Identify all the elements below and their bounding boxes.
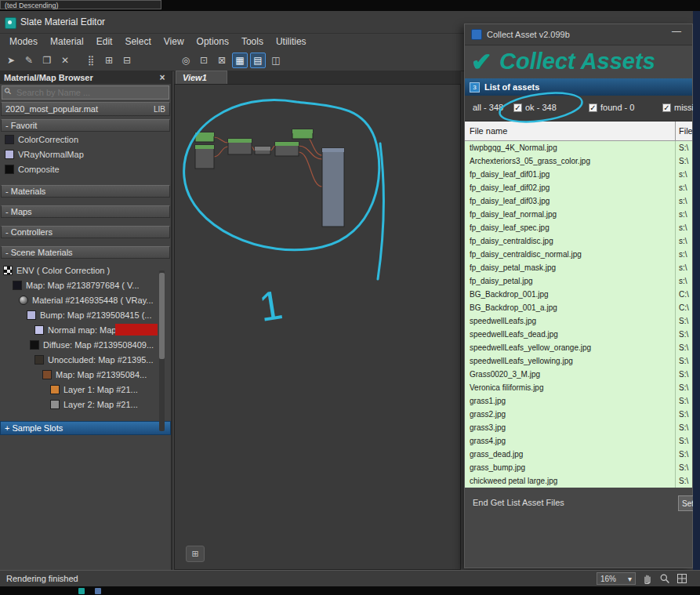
file-name: speedwellLeafs_yellow_orange.jpg [465,343,675,352]
file-row[interactable]: fp_daisy_leaf_spec.jpg s:\ [465,221,692,234]
found-checkbox[interactable]: ✓ [589,103,597,112]
file-row[interactable]: speedwellLeafs_yellowing.jpg S:\ [465,354,692,368]
favorites-header[interactable]: - Favorit [1,119,170,132]
pan-to-selected-icon[interactable]: ◫ [268,53,284,68]
file-row[interactable]: grass4.jpg S:\ [465,434,692,448]
pick-material-icon[interactable]: ✎ [21,53,37,68]
file-row[interactable]: chickweed petal large.jpg S:\ [465,474,692,488]
file-row[interactable]: speedwellLeafs_dead.jpg S:\ [465,328,692,341]
sample-slots-header[interactable]: + Sample Slots [0,421,171,435]
move-children-icon[interactable]: ⣿ [83,53,99,68]
file-name: fp_daisy_leaf_normal.jpg [465,210,675,219]
ok-checkbox[interactable]: ✓ [513,103,522,112]
map-swatch [13,281,22,290]
material-library-row[interactable]: 2020_most_popular.mat LIB [1,102,170,116]
tree-item[interactable]: Diffuse: Map #2139508409... [0,337,171,352]
section-header[interactable]: - Materials [1,185,170,198]
file-row[interactable]: fp_daisy_centraldisc_normal.jpg s:\ [465,248,692,261]
filter-all[interactable]: all - 348 [473,103,503,112]
arrange-children-icon[interactable]: ⊞ [101,53,117,68]
taskbar-app-icon[interactable] [95,588,101,594]
zoom-region-icon[interactable] [676,573,687,585]
tree-item[interactable]: Layer 1: Map #21... [0,382,171,397]
file-row[interactable]: Grass0020_3_M.jpg S:\ [465,368,692,381]
file-row[interactable]: BG_Backdrop_001_a.jpg C:\ [465,301,692,314]
file-row[interactable]: Veronica filiformis.jpg S:\ [465,381,692,394]
file-row[interactable]: fp_daisy_leaf_dif01.jpg s:\ [465,168,692,181]
tab-view1[interactable]: View1 [176,71,227,84]
minimize-icon[interactable]: — [672,26,681,37]
section-header[interactable]: - Controllers [1,226,170,238]
file-row[interactable]: speedwellLeafs.jpg S:\ [465,314,692,328]
file-row[interactable]: fp_daisy_leaf_dif03.jpg s:\ [465,194,692,208]
file-row[interactable]: tlwpbgqg_4K_Normal.jpg S:\ [465,141,692,154]
file-path: S:\ [675,341,692,354]
zoom-magnifier-icon[interactable] [658,573,670,585]
menu-item[interactable]: Modes [3,34,44,49]
pan-hand-icon[interactable] [641,573,653,585]
file-row[interactable]: grass3.jpg S:\ [465,421,692,434]
file-row[interactable]: grass_dead.jpg S:\ [465,448,692,461]
tree-item[interactable]: Material #2146935448 ( VRay... [0,292,171,307]
layout-all-icon[interactable]: ⊡ [196,53,212,68]
filter-ok[interactable]: ✓ ok - 348 [513,103,557,112]
pan-zoom-icon: ⊞ [191,549,198,559]
arrange-selected-icon[interactable]: ⊟ [119,53,135,68]
node-canvas[interactable]: 1 ⊞ [174,84,461,570]
menu-item[interactable]: Select [118,34,157,49]
favorite-item[interactable]: Composite [0,161,171,176]
section-header[interactable]: - Scene Materials [1,246,170,259]
file-row[interactable]: grass2.jpg S:\ [465,408,692,421]
missing-checkbox[interactable]: ✓ [662,103,671,112]
menu-item[interactable]: Options [190,34,235,49]
file-path: S:\ [675,408,692,421]
layout-children-icon[interactable]: ⊠ [214,53,230,68]
file-row[interactable]: grass_bump.jpg S:\ [465,461,692,474]
tree-item[interactable]: Bump: Map #2139508415 (... [0,307,171,322]
file-row[interactable]: grass1.jpg S:\ [465,394,692,408]
file-row[interactable]: speedwellLeafs_yellow_orange.jpg S:\ [465,341,692,354]
browser-scrollbar[interactable] [159,270,165,431]
tree-item[interactable]: Unoccluded: Map #21395... [0,352,171,367]
tree-item[interactable]: Normal map: Map #2139... [0,322,171,337]
favorite-item[interactable]: ColorCorrection [0,132,171,147]
delete-selected-icon[interactable]: ✕ [57,53,73,68]
taskbar-slate-icon[interactable] [78,588,85,594]
search-input[interactable] [2,85,169,100]
file-row[interactable]: fp_daisy_petal_mask.jpg s:\ [465,261,692,274]
file-row[interactable]: fp_daisy_centraldisc.jpg s:\ [465,234,692,248]
menu-item[interactable]: Tools [235,34,270,49]
file-row[interactable]: fp_daisy_leaf_dif02.jpg s:\ [465,181,692,194]
file-path-column-header[interactable]: File [675,122,692,140]
file-row[interactable]: fp_daisy_petal.jpg s:\ [465,274,692,288]
file-row[interactable]: Archexteriors3_05_grass_color.jpg S:\ [465,154,692,168]
zoom-extents-selected-icon[interactable]: ▤ [250,53,266,68]
menu-item[interactable]: Edit [90,34,119,49]
file-row[interactable]: BG_Backdrop_001.jpg C:\ [465,288,692,301]
footer-status-text: End Get List Asset Files [473,498,564,507]
favorite-item[interactable]: VRayNormalMap [0,147,171,161]
menu-item[interactable]: Utilities [270,34,313,49]
put-to-library-icon[interactable]: ❐ [39,53,55,68]
filter-found[interactable]: ✓ found - 0 [589,103,634,112]
menu-item[interactable]: Material [44,34,90,49]
file-name-column-header[interactable]: File name [465,126,675,136]
show-shaded-icon[interactable]: ◎ [178,53,194,68]
tree-item[interactable]: ENV ( Color Correction ) [0,263,171,278]
menu-item[interactable]: View [158,34,190,49]
file-row[interactable]: fp_daisy_leaf_normal.jpg s:\ [465,208,692,221]
file-name: Archexteriors3_05_grass_color.jpg [465,157,675,165]
dialog-titlebar[interactable]: Collect Asset v2.099b — [465,24,692,45]
tree-item[interactable]: Map: Map #2138797684 ( V... [0,278,171,292]
zoom-level-select[interactable]: 16% ▾ [597,572,636,585]
tree-item[interactable]: Map: Map #21395084... [0,367,171,382]
browser-panel-header[interactable]: Material/Map Browser × [0,71,171,84]
tree-item[interactable]: Layer 2: Map #21... [0,397,171,412]
file-path: S:\ [675,394,692,408]
close-icon[interactable]: × [158,72,167,83]
scrollbar-thumb[interactable] [159,273,165,359]
select-tool-icon[interactable]: ➤ [3,53,19,68]
view-navigation-button[interactable]: ⊞ [186,546,205,562]
section-header[interactable]: - Maps [1,205,170,218]
zoom-extents-icon[interactable]: ▦ [232,53,248,68]
